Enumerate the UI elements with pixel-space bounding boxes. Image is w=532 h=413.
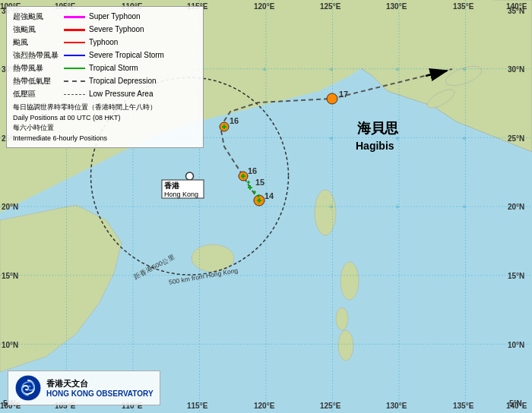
lat-10-left: 10°N [2, 341, 18, 349]
legend-en-4: Severe Tropical Storm [89, 49, 164, 61]
legend-row-typhoon: 颱風 Typhoon [13, 36, 197, 49]
label-16b: 16 [230, 116, 239, 125]
map-container: 距香港500公里 500 km from Hong Kong 100°E 105… [0, 0, 532, 413]
legend-note-zh-1: 每日協調世界時零時位置（香港時間上午八時） [13, 102, 197, 113]
hko-en: HONG KONG OBSERVATORY [46, 389, 154, 398]
grid-plus-12: + [329, 203, 334, 211]
legend-en-5: Tropical Storm [89, 62, 138, 74]
legend-note-zh-2: 每六小時位置 [13, 123, 197, 134]
lat-15-right: 15°N [508, 272, 524, 280]
lat-20-left: 20°N [2, 203, 18, 211]
luzon [340, 262, 359, 300]
lon-135-top: 135°E [453, 2, 474, 11]
lon-135-bot: 135°E [453, 402, 474, 410]
day17-marker [327, 93, 337, 104]
grid-plus-13: + [395, 203, 400, 211]
lat-5-right: 5°N [509, 399, 522, 408]
grid-plus-14: + [462, 203, 467, 211]
hko-name: 香港天文台 HONG KONG OBSERVATORY [46, 378, 154, 398]
label-14: 14 [264, 191, 274, 200]
legend-en-2: Severe Typhoon [89, 24, 144, 36]
legend-zh-2: 強颱風 [13, 24, 60, 36]
legend-line-1 [64, 16, 85, 18]
grid-plus-7: + [462, 65, 467, 74]
legend-en-3: Typhoon [89, 36, 118, 49]
lat-20-right: 20°N [508, 203, 524, 211]
legend-zh-4: 強烈熱帶風暴 [13, 49, 60, 61]
typhoon-name-zh: 海貝思 [357, 121, 399, 136]
lon-125-top: 125°E [320, 2, 341, 11]
hko-swirl-icon [14, 374, 42, 402]
legend-note-en-2: Intermediate 6-hourly Positions [13, 134, 197, 144]
typhoon-name-en: Hagibis [356, 140, 394, 152]
grid-plus-9: + [329, 134, 334, 143]
legend-note-en-1: Daily Positions at 00 UTC (08 HKT) [13, 113, 197, 124]
hko-logo: 香港天文台 HONG KONG OBSERVATORY [8, 370, 160, 405]
grid-plus-4: + [262, 65, 267, 74]
legend-row-lpa: 低壓區 Low Pressure Area [13, 88, 197, 100]
legend-row-td: 熱帶低氣壓 Tropical Depression [13, 75, 197, 87]
legend-row-severe-typhoon: 強颱風 Severe Typhoon [13, 24, 197, 36]
legend: 超強颱風 Super Typhoon 強颱風 Severe Typhoon 颱風… [6, 6, 204, 148]
legend-row-ts: 熱帶風暴 Tropical Storm [13, 62, 197, 74]
legend-line-6 [64, 80, 85, 82]
legend-row-super-typhoon: 超強颱風 Super Typhoon [13, 11, 197, 23]
lon-115-bot: 115°E [187, 402, 208, 410]
legend-line-7 [64, 94, 85, 95]
lat-30-right: 30°N [508, 65, 524, 74]
legend-zh-1: 超強颱風 [13, 11, 60, 23]
legend-en-7: Low Pressure Area [89, 88, 154, 100]
legend-zh-6: 熱帶低氣壓 [13, 75, 60, 87]
legend-zh-3: 颱風 [13, 36, 60, 49]
lat-15-left: 15°N [2, 272, 18, 280]
lon-120-bot: 120°E [254, 402, 275, 410]
hk-label-en: Hong Kong [164, 191, 198, 198]
grid-plus-11: + [462, 134, 467, 143]
grid-plus-5: + [329, 65, 334, 74]
legend-line-4 [64, 55, 85, 56]
lon-130-bot: 130°E [386, 402, 407, 410]
lon-130-top: 130°E [386, 2, 407, 11]
circle-label-zh: 距香港500公里 [132, 253, 176, 281]
legend-zh-5: 熱帶風暴 [13, 62, 60, 74]
hk-label-zh: 香港 [164, 181, 180, 190]
mindanao [338, 330, 353, 361]
lon-125-bot: 125°E [320, 402, 341, 410]
grid-plus-10: + [395, 134, 400, 143]
legend-row-severe-ts: 強烈熱帶風暴 Severe Tropical Storm [13, 49, 197, 61]
hk-marker [186, 172, 194, 180]
label-16a: 16 [248, 166, 257, 175]
legend-en-6: Tropical Depression [89, 75, 157, 87]
label-17: 17 [339, 90, 348, 99]
legend-line-3 [64, 42, 85, 43]
grid-plus-6: + [395, 65, 400, 74]
legend-zh-7: 低壓區 [13, 88, 60, 100]
legend-en-1: Super Typhoon [89, 11, 141, 23]
legend-line-5 [64, 68, 85, 69]
lat-35-right: 35°N [508, 7, 524, 15]
legend-line-2 [64, 29, 85, 31]
hko-zh: 香港天文台 [46, 378, 154, 389]
visayas [336, 307, 348, 330]
label-15: 15 [255, 178, 264, 187]
lon-120-top: 120°E [254, 2, 275, 11]
lat-25-right: 25°N [508, 134, 524, 143]
lat-10-right: 10°N [508, 341, 524, 349]
legend-note: 每日協調世界時零時位置（香港時間上午八時） Daily Positions at… [13, 102, 197, 143]
